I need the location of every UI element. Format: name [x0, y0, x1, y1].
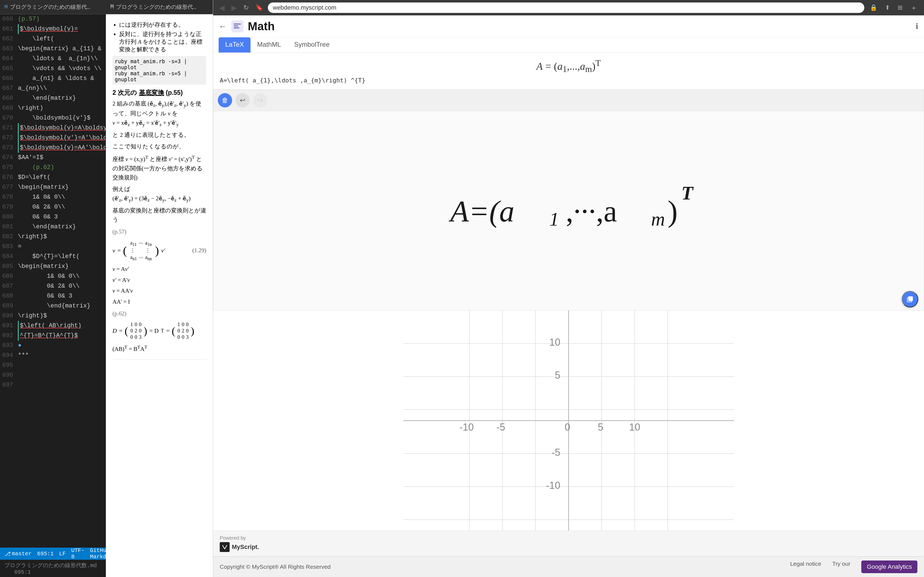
para-coord: 座標 v = (x,y)T と座標 v' = (x',y')T との対応関係(一…	[113, 153, 206, 182]
eq-number: (1.29)	[192, 247, 206, 254]
tab-latex[interactable]: LaTeX	[219, 37, 250, 53]
bookmark-button[interactable]: 🔖	[254, 3, 265, 12]
copy-icon	[906, 295, 914, 303]
footer-filename: プログラミングのための線形代数.md	[5, 562, 97, 569]
drawing-area: 🗑 ↩ ↪ A=(a 1 ,···,a m	[213, 90, 924, 310]
svg-text:1: 1	[549, 208, 559, 230]
svg-rect-0	[234, 24, 241, 24]
redo-button[interactable]: ↪	[253, 93, 267, 108]
graph-area: -10 -5 0 5 10 10 5 -5 -10	[213, 311, 924, 530]
preview-panel: M プログラミングのための線形代数.md Pre には逆行列が存在する。 反対に…	[106, 0, 213, 577]
git-branch: ⎇ master	[5, 550, 32, 557]
forward-button[interactable]: ▶	[229, 2, 238, 13]
footer-bar: Copyright © MyScript® All Rights Reserve…	[213, 556, 924, 577]
math-logo	[231, 20, 243, 32]
code-text[interactable]: (p.57) $\boldsymbol{v}= \left( \begin{ma…	[15, 14, 106, 548]
eq-abt: (AB)T = BTAT	[113, 343, 206, 354]
svg-text:-10: -10	[460, 421, 474, 432]
preview-tab-icon: M	[110, 3, 114, 10]
position-indicator: 695:1	[37, 551, 53, 557]
address-bar[interactable]	[268, 2, 864, 13]
para-example: 例えば (ẽ'z, ẽ'y) = (3ẽz − 2ẽy, −ẽz + ẽy)	[113, 185, 206, 204]
legal-notice-link[interactable]: Legal notice	[790, 561, 821, 573]
para-p62: (p.62)	[113, 309, 206, 318]
matrix-eq-container: v = ( a11···a1n ⋮⋮ an1···ann ) v' (1.29)	[113, 239, 206, 262]
tab-mathml[interactable]: MathML	[250, 37, 288, 53]
svg-text:10: 10	[549, 337, 560, 348]
preview-tab-title: プログラミングのための線形代数.md Pre	[116, 3, 199, 11]
preview-content: には逆行列が存在する。 反対に、逆行列を持つような正方行列 A をかけることは、…	[106, 14, 213, 577]
formula-display: A = (a1,...,am)T A=\left( a_{1},\ldots ,…	[213, 53, 924, 90]
google-analytics-button[interactable]: Google Analytics	[861, 561, 918, 573]
line-numbers: 660661662663664 665666667668669 67067167…	[0, 14, 15, 548]
handwritten-formula-svg: A=(a 1 ,···,a m ) T	[225, 183, 913, 238]
browser-chrome: ◀ ▶ ↻ 🔖 🔒 ⬆ ⊞ ＋	[213, 0, 924, 15]
browser-panel: ◀ ▶ ↻ 🔖 🔒 ⬆ ⊞ ＋ ←	[213, 0, 924, 577]
main-container: M プログラミングのための線形代数.md 660661662663664 665…	[0, 0, 924, 577]
svg-text:,···,a: ,···,a	[566, 195, 617, 228]
preview-tab[interactable]: M プログラミングのための線形代数.md Pre	[106, 0, 213, 14]
latex-text: A=\left( a_{1},\ldots ,a_{m}\right) ^{T}	[220, 77, 918, 84]
refresh-button[interactable]: ↻	[242, 3, 250, 13]
svg-text:-5: -5	[496, 421, 505, 432]
lock-icon[interactable]: 🔒	[867, 3, 879, 12]
drawing-toolbar: 🗑 ↩ ↪	[213, 90, 924, 111]
math-app-header: ← Math ℹ	[213, 15, 924, 37]
copy-fab-button[interactable]	[902, 291, 918, 308]
svg-rect-2	[234, 27, 239, 28]
editor-tab-title: プログラミングのための線形代数.md	[10, 3, 92, 11]
powered-by-logo: Powered by MyScript.	[220, 535, 259, 552]
svg-text:5: 5	[598, 421, 603, 432]
math-back-button[interactable]: ←	[219, 22, 227, 31]
svg-rect-10	[908, 297, 913, 301]
powered-by-section: Powered by MyScript.	[213, 530, 924, 556]
math-app-title: Math	[248, 20, 275, 33]
svg-text:10: 10	[629, 421, 640, 432]
tab-button[interactable]: ⊞	[895, 3, 905, 12]
para-two-ways: と 2 通りに表現したとする。	[113, 131, 206, 140]
editor-footer: プログラミングのための線形代数.md 695:1	[0, 560, 106, 577]
browser-toolbar: ◀ ▶ ↻ 🔖 🔒 ⬆ ⊞ ＋	[213, 0, 924, 15]
plus-tab-button[interactable]: ＋	[908, 2, 919, 14]
svg-rect-1	[234, 26, 238, 26]
footer-links: Legal notice Try our Google Analytics	[790, 561, 918, 573]
para-basis: 2 組みの基底 (ẽz, ẽy),(ẽ'z, ẽ'y) を使って、同じベクトル …	[113, 99, 206, 128]
handwriting-canvas[interactable]: A=(a 1 ,···,a m ) T	[213, 111, 924, 310]
back-button[interactable]: ◀	[218, 2, 226, 13]
tab-symboltree[interactable]: SymbolTree	[288, 37, 336, 53]
share-icon[interactable]: ⬆	[883, 3, 892, 12]
svg-text:-10: -10	[546, 480, 560, 491]
eq-vaav: v = AA'v	[113, 286, 206, 296]
para-want: ここで知りたくなるのが、	[113, 142, 206, 152]
svg-text:5: 5	[555, 369, 560, 381]
eq-aai: AA' = I	[113, 297, 206, 307]
markdown-icon: M	[5, 4, 8, 10]
delete-button[interactable]: 🗑	[218, 93, 232, 108]
encoding: LF	[59, 551, 66, 557]
eq-vpap: v' = A'v	[113, 276, 206, 285]
myscript-logo: MyScript.	[220, 542, 259, 552]
diag-eq: D = ( 100 020 003 ) = DT = ( 100 020	[113, 321, 206, 340]
footer-position: 695:1	[14, 569, 31, 575]
myscript-brand-name: MyScript.	[232, 543, 259, 551]
svg-text:A=(a: A=(a	[449, 195, 515, 228]
editor-tab[interactable]: M プログラミングのための線形代数.md	[0, 0, 106, 14]
svg-text:0: 0	[565, 421, 570, 432]
powered-by-text: Powered by	[220, 535, 259, 541]
svg-text:m: m	[651, 208, 665, 230]
copyright-text: Copyright © MyScript® All Rights Reserve…	[220, 564, 331, 570]
undo-button[interactable]: ↩	[236, 93, 250, 108]
code-editor: M プログラミングのための線形代数.md 660661662663664 665…	[0, 0, 106, 577]
code-block-1: ruby mat_anim.rb -s=3 | gnuplot ruby mat…	[113, 56, 206, 85]
browser-content: ← Math ℹ LaTeX MathML SymbolTree	[213, 15, 924, 577]
myscript-logo-icon	[222, 544, 228, 550]
status-bar: ⎇ master 695:1 LF UTF-8 GitHub Markdown …	[0, 548, 106, 560]
svg-text:T: T	[682, 183, 694, 204]
info-button[interactable]: ℹ	[916, 22, 919, 31]
para-p57: (p.57)	[113, 227, 206, 237]
math-tabs: LaTeX MathML SymbolTree	[213, 37, 924, 53]
rendered-formula: A = (a1,...,am)T	[220, 58, 918, 74]
svg-text:-5: -5	[551, 447, 560, 458]
coordinate-graph: -10 -5 0 5 10 10 5 -5 -10	[213, 311, 924, 530]
svg-text:): )	[668, 195, 678, 228]
